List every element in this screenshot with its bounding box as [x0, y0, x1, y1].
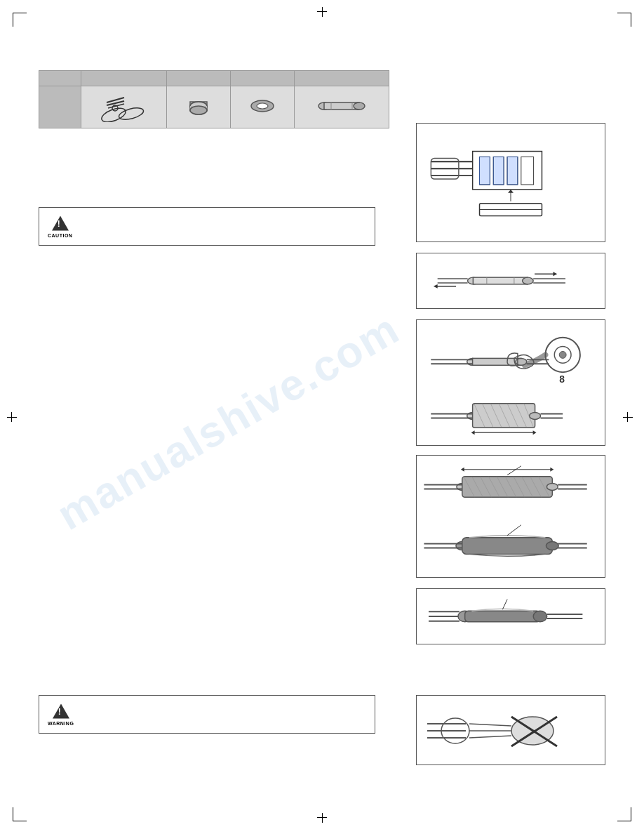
tools-table	[39, 70, 389, 128]
watermark-text: manualshive.com	[48, 303, 408, 540]
watermark: manualshive.com	[0, 203, 465, 639]
table-header-3	[231, 71, 295, 86]
svg-marker-95	[461, 468, 464, 472]
svg-line-93	[507, 466, 521, 475]
corner-mark-bl	[13, 807, 27, 821]
svg-rect-30	[507, 157, 518, 185]
warning-icon: WARNING	[48, 703, 74, 725]
svg-marker-41	[553, 272, 557, 276]
svg-rect-98	[462, 538, 553, 555]
svg-rect-29	[493, 157, 504, 185]
svg-point-50	[559, 352, 566, 359]
svg-point-37	[523, 277, 534, 284]
svg-marker-34	[508, 190, 514, 193]
diagram-svg-2	[417, 253, 605, 308]
svg-rect-28	[480, 157, 490, 185]
diagram-svg-5	[417, 589, 605, 644]
svg-point-13	[257, 103, 268, 109]
svg-marker-75	[533, 430, 537, 435]
svg-point-61	[530, 413, 541, 420]
svg-line-104	[507, 525, 521, 536]
svg-rect-109	[465, 611, 540, 622]
pliers-icon	[96, 91, 152, 122]
diagram-svg-3: 8	[417, 320, 605, 445]
table-header-2	[167, 71, 231, 86]
svg-point-99	[546, 542, 558, 550]
caution-label: CAUTION	[48, 232, 72, 237]
crosshair-left	[7, 410, 21, 424]
svg-line-119	[469, 724, 511, 726]
svg-line-121	[469, 736, 511, 738]
warning-box: WARNING	[39, 695, 375, 734]
table-cell-label	[39, 86, 81, 128]
corner-mark-tl	[13, 13, 27, 27]
diagram-svg-warning	[417, 696, 606, 766]
diagram-box-4	[416, 455, 605, 578]
table-cell-cylinder	[167, 86, 231, 128]
corner-mark-tr	[617, 13, 631, 27]
diagram-box-3: 8	[416, 319, 605, 446]
svg-marker-43	[434, 284, 438, 289]
table-cell-rod	[294, 86, 389, 128]
table-cell-pliers	[81, 86, 167, 128]
caution-triangle	[52, 216, 69, 230]
svg-point-110	[533, 611, 547, 622]
corner-mark-br	[617, 807, 631, 821]
diagram-box-2	[416, 253, 605, 309]
svg-line-113	[502, 600, 507, 610]
svg-point-11	[190, 106, 207, 114]
svg-rect-36	[473, 277, 528, 284]
ring-icon	[243, 91, 282, 122]
table-header-4	[294, 71, 389, 86]
table-cell-ring	[231, 86, 295, 128]
svg-text:8: 8	[559, 373, 565, 385]
diagram-box-5	[416, 588, 605, 644]
diagram-box-warning	[416, 695, 605, 765]
crosshair-right	[623, 410, 637, 424]
rod-icon	[310, 91, 373, 122]
crosshair-bottom	[315, 813, 329, 827]
warning-label: WARNING	[48, 720, 74, 725]
svg-point-16	[354, 102, 365, 110]
diagram-box-1	[416, 123, 605, 242]
caution-icon: CAUTION	[48, 216, 72, 237]
table-header-1	[81, 71, 167, 86]
caution-box: CAUTION	[39, 207, 375, 246]
crosshair-top	[315, 7, 329, 21]
table-header-0	[39, 71, 81, 86]
cylinder-icon	[180, 91, 218, 122]
warning-triangle	[53, 703, 69, 718]
svg-rect-23	[521, 157, 534, 185]
svg-point-78	[546, 484, 558, 491]
svg-marker-74	[471, 430, 475, 435]
diagram-svg-4	[417, 456, 605, 577]
svg-marker-96	[550, 468, 554, 472]
diagram-svg-1	[417, 124, 605, 241]
svg-rect-77	[462, 477, 553, 498]
